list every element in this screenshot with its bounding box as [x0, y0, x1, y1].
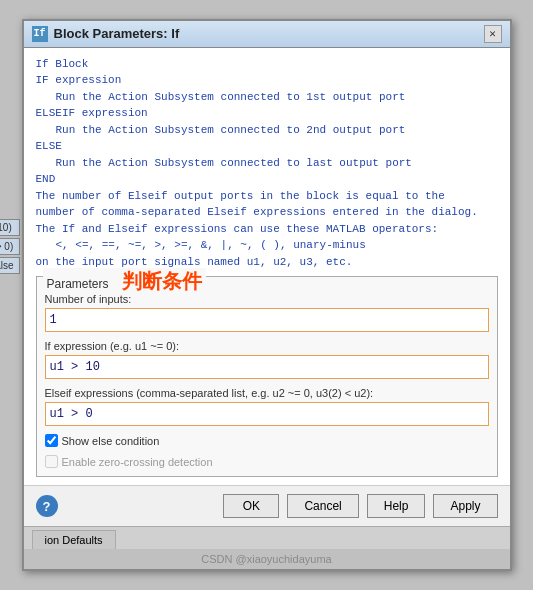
- button-group: OK Cancel Help Apply: [223, 494, 497, 518]
- tab-bar: ion Defaults: [24, 526, 510, 549]
- desc-line7: Run the Action Subsystem connected to la…: [36, 155, 498, 172]
- show-else-label: Show else condition: [62, 435, 160, 447]
- title-bar: If Block Parameters: If ✕: [24, 21, 510, 48]
- sidebar-label-3: alse: [0, 257, 20, 274]
- show-else-checkbox[interactable]: [45, 434, 58, 447]
- ok-button[interactable]: OK: [223, 494, 279, 518]
- desc-line4: ELSEIF expression: [36, 105, 498, 122]
- help-button[interactable]: Help: [367, 494, 426, 518]
- zero-crossing-row: Enable zero-crossing detection: [45, 455, 489, 468]
- desc-line8: END: [36, 171, 498, 188]
- help-icon-button[interactable]: ?: [36, 495, 58, 517]
- bottom-bar: ? OK Cancel Help Apply: [24, 485, 510, 526]
- desc-line5: Run the Action Subsystem connected to 2n…: [36, 122, 498, 139]
- annotation-text: 判断条件: [122, 270, 202, 292]
- if-expr-label: If expression (e.g. u1 ~= 0):: [45, 340, 489, 352]
- apply-button[interactable]: Apply: [433, 494, 497, 518]
- watermark: CSDN @xiaoyuchidayuma: [24, 549, 510, 569]
- desc-line9: The number of Elseif output ports in the…: [36, 188, 498, 205]
- desc-line3: Run the Action Subsystem connected to 1s…: [36, 89, 498, 106]
- tab-ion-defaults[interactable]: ion Defaults: [32, 530, 116, 549]
- description-block: If Block IF expression Run the Action Su…: [36, 56, 498, 271]
- zero-crossing-label: Enable zero-crossing detection: [62, 456, 213, 468]
- title-bar-left: If Block Parameters: If: [32, 26, 180, 42]
- desc-line11: The If and Elseif expressions can use th…: [36, 221, 498, 238]
- params-label: Parameters 判断条件: [43, 268, 206, 295]
- block-icon: If: [32, 26, 48, 42]
- desc-line6: ELSE: [36, 138, 498, 155]
- close-button[interactable]: ✕: [484, 25, 502, 43]
- sidebar-label-2: > 0): [0, 238, 20, 255]
- desc-line2: IF expression: [36, 72, 498, 89]
- dialog: If Block Parameters: If ✕ If Block IF ex…: [22, 19, 512, 572]
- elseif-input[interactable]: [45, 402, 489, 426]
- desc-line10: number of comma-separated Elseif express…: [36, 204, 498, 221]
- desc-line12: <, <=, ==, ~=, >, >=, &, |, ~, ( ), unar…: [36, 237, 498, 254]
- parameters-section: Parameters 判断条件 Number of inputs: If exp…: [36, 276, 498, 477]
- content-area: If Block IF expression Run the Action Su…: [24, 48, 510, 486]
- if-expr-input[interactable]: [45, 355, 489, 379]
- desc-line1: If Block: [36, 56, 498, 73]
- zero-crossing-checkbox[interactable]: [45, 455, 58, 468]
- cancel-button[interactable]: Cancel: [287, 494, 358, 518]
- show-else-row: Show else condition: [45, 434, 489, 447]
- num-inputs-input[interactable]: [45, 308, 489, 332]
- elseif-label: Elseif expressions (comma-separated list…: [45, 387, 489, 399]
- dialog-title: Block Parameters: If: [54, 26, 180, 41]
- sidebar-label-1: 10): [0, 219, 20, 236]
